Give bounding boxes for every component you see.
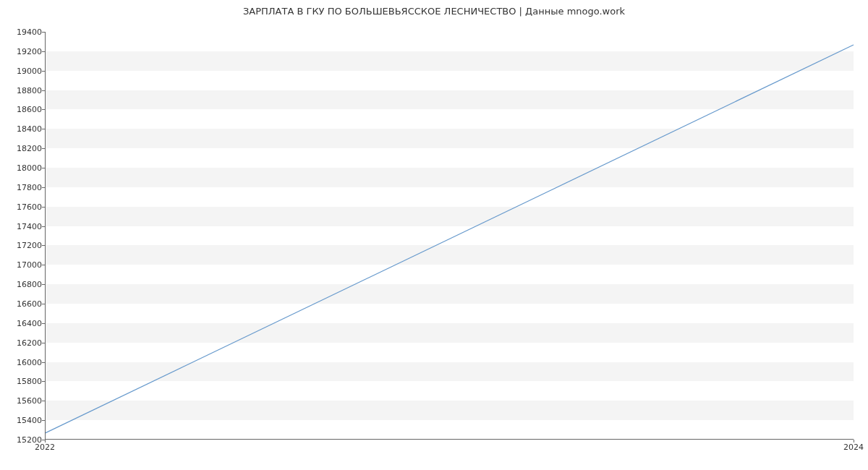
y-tick-mark [42, 226, 45, 227]
y-tick-mark [42, 32, 45, 33]
y-tick-mark [42, 71, 45, 72]
y-tick-label: 17000 [6, 260, 42, 270]
data-series-line [45, 45, 854, 433]
y-tick-label: 17200 [6, 241, 42, 250]
y-tick-mark [42, 129, 45, 129]
x-tick-label: 2024 [843, 443, 864, 452]
y-tick-mark [42, 323, 45, 324]
y-tick-label: 17400 [6, 221, 42, 231]
y-tick-mark [42, 420, 45, 421]
y-tick-label: 16000 [6, 357, 42, 367]
x-tick-mark [45, 440, 46, 443]
y-tick-label: 18000 [6, 163, 42, 173]
x-tick-label: 2022 [35, 443, 55, 452]
y-tick-mark [42, 90, 45, 91]
y-tick-mark [42, 51, 45, 52]
y-tick-label: 17800 [6, 182, 42, 192]
line-layer [45, 32, 854, 440]
y-tick-label: 18200 [6, 144, 42, 153]
y-tick-mark [42, 148, 45, 149]
y-tick-label: 18400 [6, 124, 42, 134]
y-tick-label: 15400 [6, 416, 42, 425]
y-tick-label: 15600 [6, 396, 42, 406]
y-tick-label: 16800 [6, 280, 42, 289]
y-tick-label: 19000 [6, 66, 42, 75]
y-axis-line [45, 32, 46, 440]
y-tick-mark [42, 168, 45, 168]
y-tick-label: 19200 [6, 46, 42, 56]
y-tick-mark [42, 245, 45, 246]
x-axis-line [45, 439, 854, 440]
chart-container: ЗАРПЛАТА В ГКУ ПО БОЛЬШЕВЬЯССКОЕ ЛЕСНИЧЕ… [0, 0, 868, 470]
y-tick-mark [42, 109, 45, 110]
y-tick-mark [42, 207, 45, 208]
y-tick-label: 18800 [6, 85, 42, 95]
y-tick-label: 17600 [6, 202, 42, 211]
plot-area [45, 32, 854, 440]
y-tick-mark [42, 304, 45, 304]
y-tick-mark [42, 362, 45, 363]
y-tick-label: 18600 [6, 105, 42, 114]
y-tick-label: 19400 [6, 27, 42, 37]
y-tick-mark [42, 187, 45, 188]
y-tick-label: 15800 [6, 377, 42, 386]
y-tick-mark [42, 401, 45, 401]
y-tick-label: 16400 [6, 318, 42, 328]
y-tick-label: 16600 [6, 299, 42, 309]
y-tick-mark [42, 265, 45, 265]
y-tick-mark [42, 284, 45, 285]
y-tick-mark [42, 381, 45, 382]
y-tick-mark [42, 343, 45, 343]
x-tick-mark [854, 440, 854, 443]
y-tick-label: 16200 [6, 338, 42, 347]
chart-title: ЗАРПЛАТА В ГКУ ПО БОЛЬШЕВЬЯССКОЕ ЛЕСНИЧЕ… [0, 6, 868, 17]
